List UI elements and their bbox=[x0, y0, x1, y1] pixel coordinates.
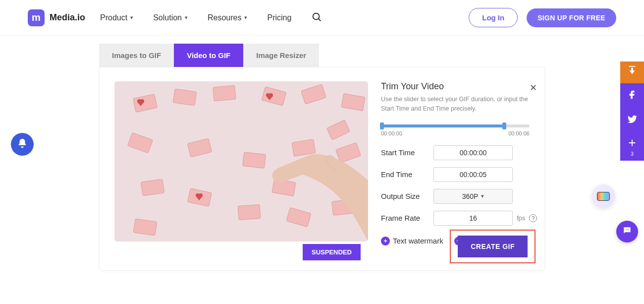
editor-panel: Trim Your Video ✕ Use the slider to sele… bbox=[99, 67, 545, 271]
login-button[interactable]: Log In bbox=[469, 8, 518, 27]
bell-icon bbox=[17, 138, 28, 151]
close-icon[interactable]: ✕ bbox=[530, 82, 537, 93]
chevron-down-icon: ▾ bbox=[244, 14, 247, 21]
twitter-icon bbox=[627, 114, 638, 127]
download-icon bbox=[627, 66, 638, 79]
search-button[interactable] bbox=[311, 11, 322, 24]
tab-images-to-gif[interactable]: Images to GIF bbox=[99, 44, 174, 67]
end-time-row: End Time bbox=[381, 167, 537, 182]
nav-resources-label: Resoures bbox=[208, 13, 241, 22]
end-time-label: End Time bbox=[381, 170, 433, 179]
main-header: m Media.io Product▾ Solution▾ Resoures▾ … bbox=[0, 0, 644, 36]
help-icon[interactable]: ? bbox=[529, 214, 537, 222]
nav-solution[interactable]: Solution▾ bbox=[153, 13, 188, 22]
social-rail: 3 bbox=[620, 61, 644, 161]
svg-point-33 bbox=[626, 230, 627, 231]
nav-product[interactable]: Product▾ bbox=[100, 13, 133, 22]
search-icon bbox=[311, 11, 322, 24]
slider-labels: 00:00:00 00:00:06 bbox=[381, 130, 530, 136]
trim-title: Trim Your Video bbox=[381, 81, 537, 92]
end-time-input[interactable] bbox=[433, 167, 513, 182]
signup-button[interactable]: SIGN UP FOR FREE bbox=[527, 8, 616, 27]
facebook-share-button[interactable] bbox=[620, 83, 644, 108]
chevron-down-icon: ▾ bbox=[481, 193, 484, 199]
brand-name: Media.io bbox=[50, 12, 85, 23]
svg-rect-5 bbox=[213, 85, 236, 101]
text-watermark-label: Text watermark bbox=[393, 237, 443, 245]
svg-rect-15 bbox=[238, 204, 261, 220]
color-bar-icon bbox=[597, 192, 610, 201]
frame-rate-label: Frame Rate bbox=[381, 214, 433, 222]
nav-pricing-label: Pricing bbox=[267, 13, 291, 22]
output-size-label: Output Size bbox=[381, 192, 433, 200]
chat-icon bbox=[622, 226, 632, 238]
nav-product-label: Product bbox=[100, 13, 127, 22]
more-share-button[interactable]: 3 bbox=[620, 133, 644, 161]
tab-image-resizer[interactable]: Image Resizer bbox=[243, 44, 319, 67]
svg-rect-18 bbox=[133, 219, 157, 236]
share-count: 3 bbox=[631, 151, 634, 157]
svg-line-1 bbox=[319, 18, 321, 21]
output-size-select[interactable]: 360P ▾ bbox=[433, 189, 513, 204]
suspended-button[interactable]: SUSPENDED bbox=[303, 244, 361, 260]
twitter-share-button[interactable] bbox=[620, 108, 644, 133]
svg-point-34 bbox=[627, 230, 628, 231]
create-gif-button[interactable]: CREATE GIF bbox=[458, 236, 528, 257]
output-size-value: 360P bbox=[462, 192, 479, 200]
video-preview[interactable] bbox=[114, 81, 368, 242]
text-watermark-button[interactable]: + Text watermark bbox=[381, 237, 443, 245]
chevron-down-icon: ▾ bbox=[185, 14, 188, 21]
top-nav: Product▾ Solution▾ Resoures▾ Pricing bbox=[100, 11, 322, 24]
slider-max-label: 00:00:06 bbox=[508, 130, 530, 136]
main-container: Images to GIF Video to GIF Image Resizer bbox=[99, 44, 545, 271]
nav-pricing[interactable]: Pricing bbox=[267, 13, 291, 22]
trim-controls: Trim Your Video ✕ Use the slider to sele… bbox=[381, 81, 537, 245]
slider-min-label: 00:00:00 bbox=[381, 130, 402, 136]
nav-solution-label: Solution bbox=[153, 13, 182, 22]
nav-resources[interactable]: Resoures▾ bbox=[208, 13, 247, 22]
duration-slider[interactable] bbox=[381, 124, 530, 127]
theme-fab[interactable] bbox=[591, 184, 615, 208]
start-time-input[interactable] bbox=[433, 145, 513, 160]
tab-video-to-gif[interactable]: Video to GIF bbox=[174, 44, 243, 67]
svg-point-0 bbox=[313, 13, 320, 19]
slider-handle-end[interactable] bbox=[502, 122, 506, 129]
svg-rect-4 bbox=[173, 89, 196, 106]
chevron-down-icon: ▾ bbox=[130, 14, 133, 21]
header-actions: Log In SIGN UP FOR FREE bbox=[469, 8, 616, 27]
output-size-row: Output Size 360P ▾ bbox=[381, 189, 537, 204]
tool-tabs: Images to GIF Video to GIF Image Resizer bbox=[99, 44, 545, 67]
start-time-label: Start Time bbox=[381, 148, 433, 157]
svg-rect-11 bbox=[243, 152, 266, 168]
download-rail-button[interactable] bbox=[620, 61, 644, 83]
fps-unit: fps bbox=[517, 214, 525, 222]
create-gif-highlight: CREATE GIF bbox=[450, 230, 536, 263]
plus-icon bbox=[627, 137, 638, 150]
brand-logo[interactable]: m Media.io bbox=[28, 9, 85, 26]
slider-fill bbox=[381, 124, 504, 127]
facebook-icon bbox=[627, 89, 638, 102]
frame-rate-input[interactable] bbox=[433, 211, 513, 226]
svg-point-35 bbox=[628, 230, 629, 231]
plus-circle-icon: + bbox=[381, 237, 390, 245]
start-time-row: Start Time bbox=[381, 145, 537, 160]
chat-fab[interactable] bbox=[616, 221, 638, 243]
logo-icon: m bbox=[28, 9, 45, 26]
notifications-fab[interactable] bbox=[11, 133, 34, 156]
trim-description: Use the slider to select your GIF durati… bbox=[381, 95, 530, 114]
svg-rect-13 bbox=[141, 179, 164, 196]
frame-rate-row: Frame Rate fps ? bbox=[381, 211, 537, 226]
slider-handle-start[interactable] bbox=[380, 122, 384, 129]
